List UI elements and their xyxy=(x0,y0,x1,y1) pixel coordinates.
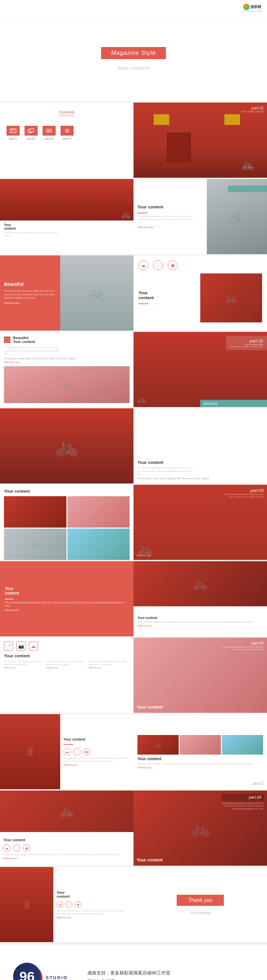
your-content-r11l: Yourcontent xyxy=(57,891,130,898)
your-content-r8r: Your content xyxy=(137,705,163,710)
your-content-r10: Your content xyxy=(3,838,130,842)
r7-welcome: Welcome you. xyxy=(5,609,129,611)
welcome-r10: Welcome you. xyxy=(3,857,130,859)
part01-icon xyxy=(6,126,20,135)
part03-label: part.03 xyxy=(224,488,264,493)
row7-right: 🚲 Your content The presentation template… xyxy=(133,561,267,636)
svg-rect-7 xyxy=(46,131,49,132)
row9-right: 🚲 Your content The presentation template… xyxy=(133,714,267,789)
bc-body2: It's not easy to make. hope to get your … xyxy=(4,357,130,360)
row-4: BeautifulYour content The presentation t… xyxy=(0,332,267,407)
row7-left: Yourcontent The presentation template is… xyxy=(0,561,133,636)
row5-left: 🚲 xyxy=(0,408,133,484)
r7-body: The presentation template is made by Stu… xyxy=(5,601,129,608)
title-slide: Magazine Style Your content xyxy=(0,16,267,101)
title-subtitle: Your content xyxy=(118,66,150,70)
row-6: Your content 🚲 🚲 part.03 The presentatio… xyxy=(0,485,267,560)
part01-image-slide: 🚲 part.01 Your content slide text xyxy=(133,103,267,178)
your-content-r7: Your content xyxy=(137,616,263,620)
slide-building-text-left: 🚲 Yourcontent It's not easy to make. hop… xyxy=(0,179,133,254)
row-1: Contents part.01 part.02 xyxy=(0,103,267,178)
r6-welcome: Welcome you. xyxy=(137,554,151,557)
svg-rect-8 xyxy=(50,131,52,132)
contents-slide: Contents part.01 part.02 xyxy=(0,103,133,178)
bc-welcome: Welcome you. xyxy=(4,361,130,364)
welcome-r7: Welcome you. xyxy=(137,625,263,627)
your-content-r6: Your content xyxy=(4,489,130,493)
col1-body: It's not easy to make. hope to get your … xyxy=(4,660,45,666)
body-r7-b: The presentation template is made by Stu… xyxy=(137,620,263,624)
welcome-r9: Welcome you. xyxy=(64,764,130,766)
studio-tagline2: 期待与您相遇 xyxy=(87,979,221,980)
row-10: 🚲 Your content ☁ ♡ ◉ The presentation te… xyxy=(0,791,267,865)
part04-label: part.04 xyxy=(221,641,264,646)
part04-label: part.04 xyxy=(63,137,71,140)
your-content-small: Yourcontent xyxy=(4,223,130,230)
logo-name: 演界网 xyxy=(250,5,261,10)
row8-right: part.04 The presentation template is mad… xyxy=(133,638,267,713)
contents-items: part.01 part.02 part.03 xyxy=(6,126,127,140)
slide-yourcontent-right: Your content The presentation template i… xyxy=(133,179,267,254)
part02-slide: 🚲 part.02 Your content slide presentatio… xyxy=(133,332,267,407)
content-part03: part.03 xyxy=(43,126,56,140)
your-content-r10r: Your content xyxy=(137,858,163,862)
part02-label: part.02 xyxy=(230,339,263,343)
your-content-icons: Yourcontent xyxy=(138,290,198,300)
your-content-r8: Your content xyxy=(4,653,130,658)
bc-body: The presentation template is made by Stu… xyxy=(4,346,63,356)
row5-right: Your content The presentation template i… xyxy=(133,408,267,484)
camera-icon: ◉ xyxy=(168,260,177,270)
cloud-r11: ☁ xyxy=(57,901,63,908)
part04-icon xyxy=(61,126,74,135)
row-5: 🚲 Your content The presentation template… xyxy=(0,408,267,484)
body-r9: The presentation template is made by Stu… xyxy=(64,757,130,763)
col3-welcome: Welcome you. xyxy=(89,667,130,669)
row10-left: 🚲 Your content ☁ ♡ ◉ The presentation te… xyxy=(0,791,133,865)
beautiful-yourcontent-slide: BeautifulYour content The presentation t… xyxy=(0,332,133,407)
row-2: 🚲 Yourcontent It's not easy to make. hop… xyxy=(0,179,267,254)
row6-left: Your content 🚲 xyxy=(0,485,133,560)
body-r10: The presentation template is made by Stu… xyxy=(3,853,130,856)
svg-point-10 xyxy=(66,130,68,131)
studio-logo: 96 STUDIO xyxy=(13,963,68,980)
row6-right: 🚲 part.03 The presentation template is m… xyxy=(133,485,267,560)
cloud-icon: ☁ xyxy=(138,260,148,270)
beautiful-content-title: BeautifulYour content xyxy=(13,336,35,344)
main-page: 演界网 WWW.YANJ.CN Magazine Style Your cont… xyxy=(0,0,267,980)
part01-overlay-label: part.01 xyxy=(241,106,264,110)
body2-r5: It's not easy to make. hope to get your … xyxy=(137,477,263,480)
body-r5: The presentation template is made by Stu… xyxy=(137,466,196,476)
part03-icon xyxy=(43,126,56,135)
part04-r10: part.04 xyxy=(221,794,264,801)
beautiful-label: Beautiful xyxy=(4,282,56,287)
row-3: Beautiful The presentation template is m… xyxy=(0,255,267,331)
cloud-r9: ☁ xyxy=(64,748,71,755)
part02-icon xyxy=(24,126,38,135)
body-r11l: The presentation template is made by Stu… xyxy=(57,910,130,915)
your-content-r9l: Your content xyxy=(64,737,130,741)
your-content-r9r: Your content xyxy=(137,757,263,761)
cloud-r10: ☁ xyxy=(3,845,10,852)
heart-r11: ♡ xyxy=(66,901,72,908)
svg-rect-5 xyxy=(46,129,49,130)
row-8: 📄 📷 ☁ Your content It's not easy to make… xyxy=(0,638,267,713)
row-11: 🚪 Yourcontent ☁ ♡ ◉ The presentation tem… xyxy=(0,867,267,942)
col1-welcome: Welcome you. xyxy=(4,667,45,669)
heart-r9: ♡ xyxy=(73,748,80,755)
title-badge: Magazine Style xyxy=(101,47,166,59)
icons-content-slide: ☁ ♡ ◉ Yourcontent 🚲 xyxy=(133,255,267,331)
welcome-r9r: Welcome you. xyxy=(137,766,263,768)
col2-welcome: Welcome you. xyxy=(46,667,87,669)
part03-label: part.03 xyxy=(45,137,53,140)
your-content-title: Your content xyxy=(137,205,203,209)
cam-r11: ◉ xyxy=(75,901,82,908)
row-7: Yourcontent The presentation template is… xyxy=(0,561,267,636)
welcome-r11l: Welcome you. xyxy=(57,916,130,919)
body-r9r: The presentation template is made by Stu… xyxy=(137,762,263,765)
beautiful-slide: Beautiful The presentation template is m… xyxy=(0,255,133,331)
logo: 演界网 WWW.YANJ.CN xyxy=(242,3,262,13)
thankyou-slide: Thank you Your content xyxy=(133,867,267,942)
studio-label: STUDIO xyxy=(46,975,68,980)
heart-icon: ♡ xyxy=(153,260,163,270)
studio-number: 96 xyxy=(19,970,35,980)
